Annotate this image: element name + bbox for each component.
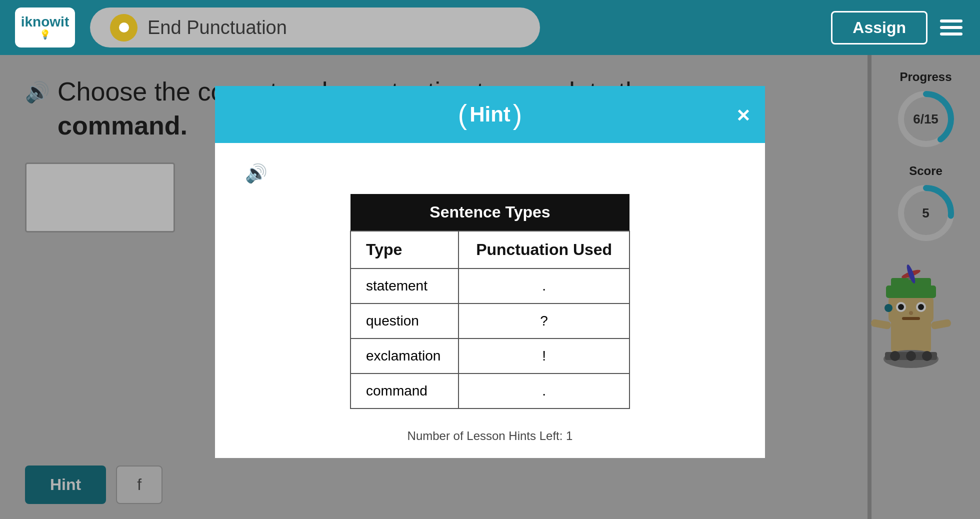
logo-bulb-icon: 💡 [40,29,50,40]
hint-modal: ( Hint ) × 🔊 Sentence Types Ty [215,86,765,458]
table-row: command . [350,374,630,408]
modal-sound-row: 🔊 [245,163,735,184]
row-type-exclamation: exclamation [350,338,458,374]
lesson-icon-inner [119,22,129,32]
row-punct-command: . [458,374,630,408]
hint-modal-body: 🔊 Sentence Types Type Punctuation Used [215,143,765,458]
hints-left-text: Number of Lesson Hints Left: 1 [408,429,573,443]
col-header-punctuation: Punctuation Used [458,231,630,268]
row-punct-question: ? [458,304,630,338]
hint-bracket-left: ( [458,98,467,130]
row-type-question: question [350,304,458,338]
table-row: statement . [350,268,630,304]
hint-title-wrap: ( Hint ) [458,98,522,130]
hint-bracket-right: ) [513,98,522,130]
table-row: question ? [350,304,630,338]
menu-line-1 [940,20,962,22]
header-right: Assign [831,11,965,44]
row-punct-statement: . [458,268,630,304]
table-title: Sentence Types [350,194,630,231]
menu-line-2 [940,26,962,29]
hint-modal-overlay: ( Hint ) × 🔊 Sentence Types Ty [0,55,980,519]
assign-button[interactable]: Assign [831,11,928,44]
table-header-row: Sentence Types [350,194,630,231]
hint-modal-header: ( Hint ) × [215,86,765,143]
logo-container: iknowit 💡 [15,8,75,48]
lesson-tab: End Punctuation [90,8,540,48]
hint-modal-title: Hint [470,102,510,126]
col-header-type: Type [350,231,458,268]
header: iknowit 💡 End Punctuation Assign [0,0,980,55]
row-type-command: command [350,374,458,408]
logo-text: iknowit [21,15,69,29]
hint-close-button[interactable]: × [737,104,750,126]
row-punct-exclamation: ! [458,338,630,374]
table-col-header-row: Type Punctuation Used [350,231,630,268]
row-type-statement: statement [350,268,458,304]
lesson-title: End Punctuation [148,17,287,38]
main-content: 🔊 Choose the correct end punctuation to … [0,55,980,519]
lesson-icon [110,14,138,42]
menu-line-3 [940,32,962,36]
menu-button[interactable] [938,17,965,38]
modal-sound-icon[interactable]: 🔊 [245,163,268,184]
table-row: exclamation ! [350,338,630,374]
sentence-types-table: Sentence Types Type Punctuation Used sta… [350,194,630,409]
logo-box: iknowit 💡 [15,8,75,48]
